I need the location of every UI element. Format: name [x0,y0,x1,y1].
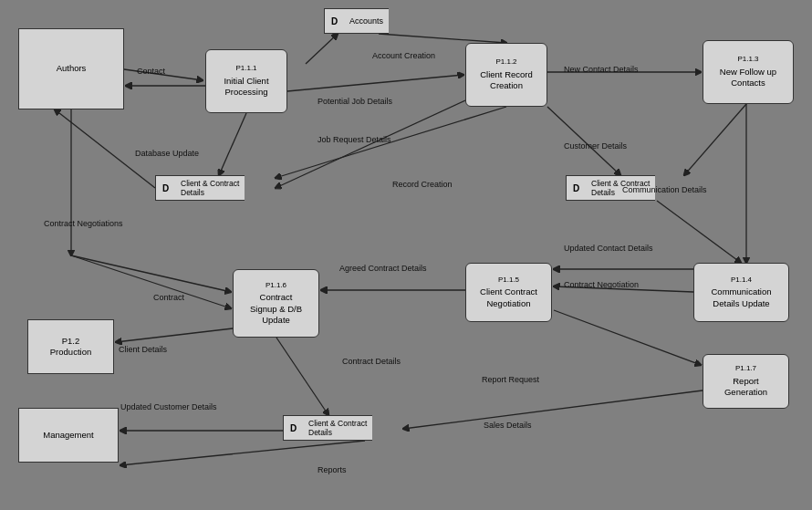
label-new-contact: New Contact Details [564,65,639,74]
p115-label: Client ContractNegotiation [480,286,537,309]
client-ds1-datastore: D Client & ContractDetails [155,175,245,201]
label-contact: Contact [137,67,165,76]
label-account-creation: Account Creation [372,51,435,60]
p12-label: Production [50,347,91,358]
p117-process: P1.1.7 ReportGeneration [703,354,789,409]
label-agreed-contract: Agreed Contract Details [339,264,427,273]
label-contract-negotiation: Contract Negotiation [564,280,639,289]
p112-pid: P1.1.2 [495,57,516,67]
p111-pid: P1.1.1 [235,64,256,73]
label-customer-details: Customer Details [564,141,627,151]
label-record-creation: Record Creation [392,180,453,189]
management-entity: Management [18,408,119,463]
ds1-d-name: Client & ContractDetails [175,175,245,201]
p116-pid: P1.1.6 [265,281,286,290]
p114-label: CommunicationDetails Update [712,286,772,309]
svg-line-18 [71,255,231,308]
svg-line-24 [120,441,365,465]
p115-process: P1.1.5 Client ContractNegotiation [465,263,552,322]
svg-line-23 [403,390,703,429]
svg-line-17 [71,255,231,292]
p113-pid: P1.1.3 [737,55,758,64]
svg-line-5 [287,75,463,91]
svg-line-8 [219,113,246,175]
label-updated-customer: Updated Customer Details [120,402,217,411]
label-report-request: Report Request [482,375,539,384]
p12-pid: P1.2 [62,336,80,347]
accounts-d-label: D [324,8,344,34]
svg-line-12 [657,201,741,263]
p111-label: Initial ClientProcessing [224,76,268,99]
p112-label: Client RecordCreation [480,69,533,92]
authors-entity: Authors [18,28,124,109]
svg-line-9 [276,100,465,188]
p115-pid: P1.1.5 [498,276,519,285]
management-label: Management [43,430,93,441]
label-contract: Contract [153,293,184,302]
diagram: Authors P1.1.1 Initial ClientProcessing … [0,0,812,510]
p117-pid: P1.1.7 [735,364,756,373]
ds3-d-name: Client & ContractDetails [303,415,372,441]
label-updated-contact: Updated Contact Details [564,244,653,253]
label-db-update: Database Update [135,149,199,158]
label-potential-job: Potential Job Details [318,97,392,106]
p112-process: P1.1.2 Client RecordCreation [465,43,547,107]
p111-process: P1.1.1 Initial ClientProcessing [205,49,287,113]
authors-label: Authors [57,63,87,74]
svg-line-4 [306,34,338,64]
svg-line-20 [276,338,328,415]
p117-label: ReportGeneration [724,376,767,399]
p114-pid: P1.1.4 [731,276,752,285]
ds3-d-label: D [283,415,303,441]
client-ds3-datastore: D Client & ContractDetails [283,415,372,441]
p114-process: P1.1.4 CommunicationDetails Update [693,263,789,322]
accounts-datastore: D Accounts [324,8,389,34]
accounts-d-name: Accounts [344,8,389,34]
label-reports: Reports [318,465,347,474]
p113-process: P1.1.3 New Follow upContacts [703,40,794,104]
label-sales-details: Sales Details [484,421,532,430]
svg-line-3 [379,34,506,43]
label-comm-details: Communication Details [622,185,707,194]
ds2-d-label: D [566,175,586,201]
label-job-request: Job Request Details [318,135,391,144]
p116-label: ContractSignup & D/BUpdate [250,292,302,326]
svg-line-19 [116,328,233,342]
p116-process: P1.1.6 ContractSignup & D/BUpdate [233,269,319,338]
label-client-details: Client Details [119,345,167,354]
label-contract-details: Contract Details [342,357,401,366]
svg-line-22 [554,310,701,365]
p12-entity: P1.2 Production [27,319,114,374]
svg-line-11 [684,104,746,175]
label-contract-neg: Contract Negotiations [44,219,123,228]
p113-label: New Follow upContacts [720,67,776,89]
ds1-d-label: D [155,175,175,201]
